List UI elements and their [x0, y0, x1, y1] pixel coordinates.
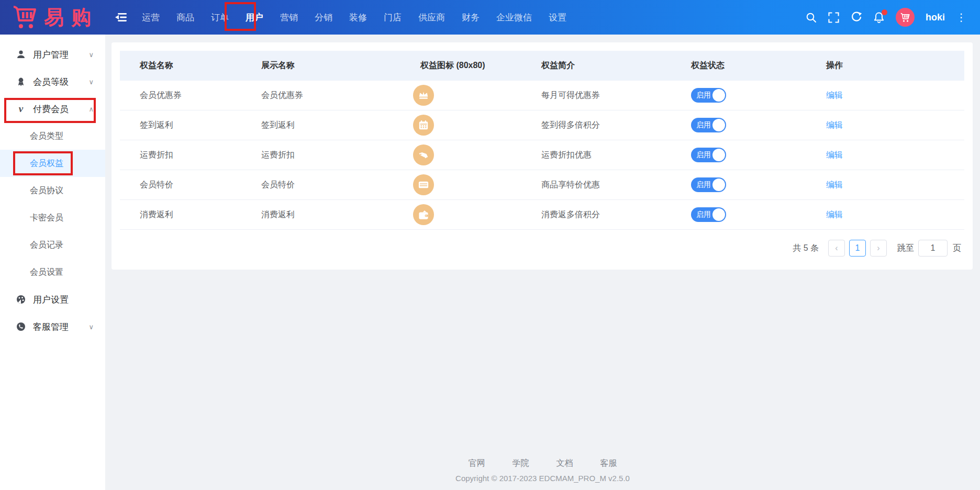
jump-to-label: 跳至 — [897, 243, 914, 254]
topbar: 易购 运营 商品 订单 用户 营销 分销 装修 门店 供应商 财务 企业微信 设… — [0, 0, 980, 35]
display-name: 运费折扣 — [261, 150, 420, 161]
page-suffix-label: 页 — [953, 243, 961, 254]
toggle-knob — [712, 119, 725, 131]
status-toggle[interactable]: 启用 — [691, 177, 726, 192]
more-menu-icon[interactable]: ⋮ — [956, 12, 966, 23]
sidebar-item-label: 会员记录 — [30, 240, 63, 251]
nav-stores[interactable]: 门店 — [375, 0, 410, 35]
nav-wecom[interactable]: 企业微信 — [488, 0, 540, 35]
column-header-benefit-desc: 权益简介 — [541, 60, 691, 71]
app-logo[interactable]: 易购 — [0, 0, 105, 35]
edit-link[interactable]: 编辑 — [826, 210, 843, 219]
nav-suppliers[interactable]: 供应商 — [410, 0, 453, 35]
nav-marketing[interactable]: 营销 — [272, 0, 306, 35]
notifications-bell-icon[interactable] — [873, 12, 885, 23]
sidebar-item-member-benefits[interactable]: 会员权益 — [0, 150, 105, 177]
footer: 官网 学院 文档 客服 Copyright © 2017-2023 EDCMAM… — [105, 458, 980, 490]
pagination: 共 5 条 ‹ 1 › 跳至 页 — [120, 230, 964, 268]
chevron-down-icon: ∨ — [88, 323, 94, 331]
toggle-label: 启用 — [696, 91, 711, 100]
topbar-actions: hoki ⋮ — [806, 8, 980, 27]
sidebar-item-label: 卡密会员 — [30, 213, 63, 224]
chevron-down-icon: ∨ — [88, 51, 94, 59]
benefit-description: 每月可得优惠券 — [541, 90, 691, 101]
username-label[interactable]: hoki — [926, 12, 945, 23]
sidebar-item-member-settings[interactable]: 会员设置 — [0, 259, 105, 286]
table-header-row: 权益名称 展示名称 权益图标 (80x80) 权益简介 权益状态 操作 — [120, 51, 964, 81]
sidebar-item-user-management[interactable]: 用户管理 ∨ — [0, 41, 105, 68]
edit-link[interactable]: 编辑 — [826, 150, 843, 159]
toggle-knob — [712, 208, 725, 221]
sidebar-item-customer-service[interactable]: 客服管理 ∨ — [0, 313, 105, 340]
sidebar: 用户管理 ∨ 会员等级 ∨ v 付费会员 ∧ 会员类型 会员权益 会员协议 卡密… — [0, 35, 105, 490]
sidebar-item-label: 客服管理 — [33, 321, 69, 333]
sidebar-item-member-records[interactable]: 会员记录 — [0, 231, 105, 259]
page-number-button[interactable]: 1 — [849, 240, 866, 257]
sidebar-item-user-settings[interactable]: 用户设置 — [0, 286, 105, 313]
user-avatar[interactable] — [896, 8, 915, 27]
sidebar-item-member-levels[interactable]: 会员等级 ∨ — [0, 68, 105, 95]
sidebar-item-label: 会员设置 — [30, 267, 63, 278]
palette-icon — [16, 295, 26, 304]
prev-page-button[interactable]: ‹ — [828, 240, 845, 257]
nav-orders[interactable]: 订单 — [203, 0, 237, 35]
nav-users[interactable]: 用户 — [237, 0, 272, 35]
nav-distribution[interactable]: 分销 — [306, 0, 341, 35]
sidebar-item-card-members[interactable]: 卡密会员 — [0, 204, 105, 231]
sidebar-item-member-types[interactable]: 会员类型 — [0, 122, 105, 150]
status-toggle[interactable]: 启用 — [691, 207, 726, 222]
benefit-description: 商品享特价优惠 — [541, 180, 691, 191]
next-page-button[interactable]: › — [870, 240, 887, 257]
search-icon[interactable] — [806, 12, 817, 23]
toggle-label: 启用 — [696, 120, 711, 130]
footer-link-website[interactable]: 官网 — [469, 458, 485, 469]
nav-decoration[interactable]: 装修 — [341, 0, 375, 35]
logo-text: 易购 — [44, 4, 98, 31]
sidebar-item-paid-membership[interactable]: v 付费会员 ∧ — [0, 95, 105, 122]
toggle-knob — [712, 179, 725, 191]
nav-settings[interactable]: 设置 — [540, 0, 575, 35]
table-row: 会员特价 会员特价 商品享特价优惠 启用 编辑 — [120, 170, 964, 200]
table-row: 会员优惠券 会员优惠券 每月可得优惠券 启用 编辑 — [120, 81, 964, 110]
ticket-icon — [413, 174, 434, 195]
chat-service-icon — [16, 322, 26, 331]
benefit-description: 运费折扣优惠 — [541, 150, 691, 161]
main-content: 权益名称 展示名称 权益图标 (80x80) 权益简介 权益状态 操作 会员优惠… — [105, 35, 980, 490]
benefit-name: 会员优惠券 — [140, 90, 261, 101]
footer-link-support[interactable]: 客服 — [600, 458, 617, 469]
fullscreen-icon[interactable] — [828, 12, 840, 23]
table-row: 消费返利 消费返利 消费返多倍积分 启用 编辑 — [120, 200, 964, 230]
status-toggle[interactable]: 启用 — [691, 148, 726, 162]
column-header-actions: 操作 — [826, 60, 964, 71]
refresh-icon[interactable] — [851, 12, 862, 23]
calendar-icon — [413, 115, 434, 136]
column-header-benefit-icon: 权益图标 (80x80) — [420, 60, 541, 71]
footer-link-academy[interactable]: 学院 — [513, 458, 529, 469]
sidebar-item-label: 用户设置 — [33, 294, 69, 306]
collapse-sidebar-icon[interactable] — [115, 12, 127, 23]
benefit-name: 运费折扣 — [140, 150, 261, 161]
pagination-total: 共 5 条 — [793, 243, 819, 254]
edit-link[interactable]: 编辑 — [826, 120, 843, 129]
status-toggle[interactable]: 启用 — [691, 118, 726, 132]
top-navigation: 运营 商品 订单 用户 营销 分销 装修 门店 供应商 财务 企业微信 设置 — [133, 0, 575, 35]
sidebar-item-label: 用户管理 — [33, 49, 69, 61]
display-name: 消费返利 — [261, 209, 420, 220]
crown-icon — [413, 85, 434, 106]
nav-products[interactable]: 商品 — [168, 0, 203, 35]
wallet-icon — [413, 204, 434, 225]
toggle-knob — [712, 89, 725, 102]
status-toggle[interactable]: 启用 — [691, 88, 726, 103]
edit-link[interactable]: 编辑 — [826, 180, 843, 189]
nav-operations[interactable]: 运营 — [133, 0, 168, 35]
table-row: 签到返利 签到返利 签到得多倍积分 — [120, 110, 964, 140]
chevron-down-icon: ∨ — [88, 78, 94, 86]
page-jump-input[interactable] — [918, 240, 948, 257]
edit-link[interactable]: 编辑 — [826, 91, 843, 99]
display-name: 签到返利 — [261, 120, 420, 131]
sidebar-item-member-agreement[interactable]: 会员协议 — [0, 177, 105, 204]
footer-link-docs[interactable]: 文档 — [556, 458, 573, 469]
nav-finance[interactable]: 财务 — [453, 0, 488, 35]
medal-icon — [16, 77, 26, 86]
benefit-name: 会员特价 — [140, 180, 261, 191]
